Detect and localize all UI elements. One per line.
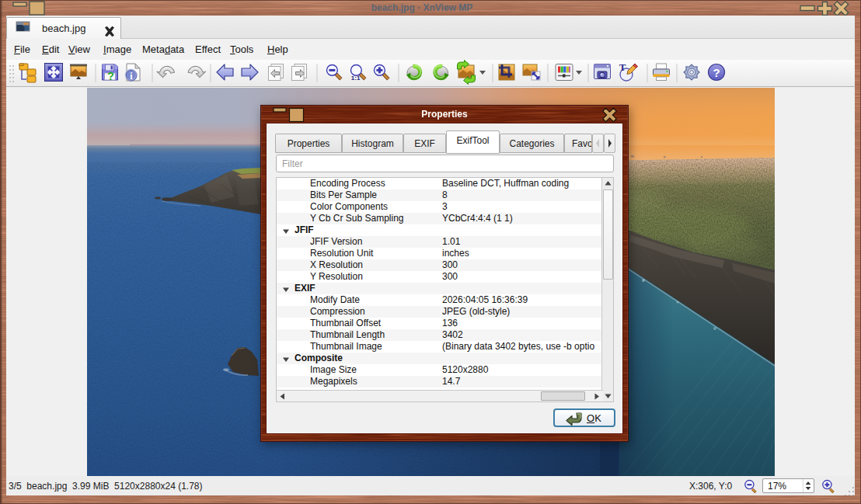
svg-text:?: ? [107,70,114,82]
svg-text:T: T [619,61,626,73]
svg-text:?: ? [713,66,720,79]
svg-text:1:1: 1:1 [351,75,361,82]
